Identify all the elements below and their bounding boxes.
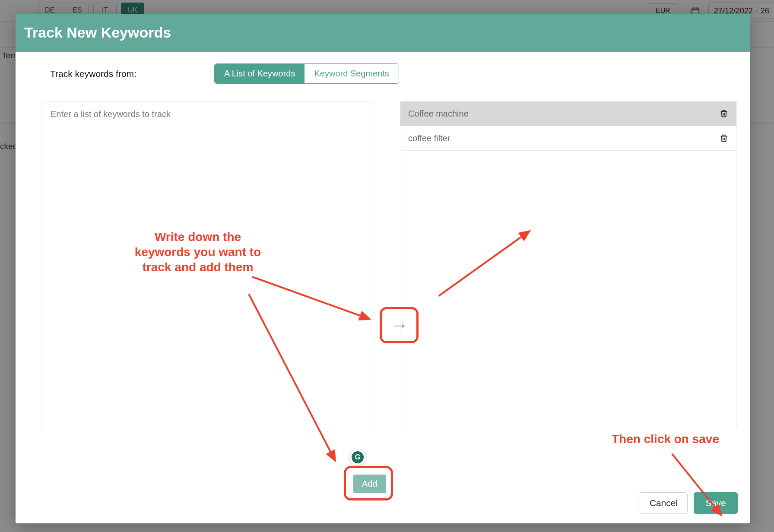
track-keywords-modal: Track New Keywords Track keywords from: …	[16, 14, 750, 523]
modal-body: Track keywords from: A List of Keywords …	[16, 52, 750, 523]
keyword-text: Coffee machine	[408, 109, 469, 119]
annotation-text-right: Then click on save	[612, 432, 719, 446]
track-from-row: Track keywords from: A List of Keywords …	[29, 63, 737, 84]
add-button[interactable]: Add	[353, 475, 386, 493]
modal-footer: Cancel Save	[640, 492, 738, 514]
panels: Coffee machine coffee filter	[29, 101, 737, 429]
modal-title: Track New Keywords	[24, 24, 738, 41]
tab-keyword-segments[interactable]: Keyword Segments	[305, 64, 398, 83]
keywords-textarea[interactable]	[42, 101, 374, 429]
trash-icon[interactable]	[719, 108, 729, 119]
keyword-list-panel: Coffee machine coffee filter	[400, 101, 737, 429]
save-button[interactable]: Save	[694, 492, 738, 514]
source-toggle: A List of Keywords Keyword Segments	[214, 63, 399, 84]
cancel-button[interactable]: Cancel	[640, 492, 688, 514]
arrow-right-icon[interactable]: →	[390, 314, 409, 336]
keyword-row[interactable]: Coffee machine	[400, 101, 736, 126]
grammarly-icon: G	[352, 451, 364, 463]
keyword-row[interactable]: coffee filter	[400, 126, 736, 151]
keyword-input-panel	[41, 101, 374, 429]
keyword-text: coffee filter	[408, 133, 450, 143]
transfer-arrow-box: →	[380, 307, 419, 343]
tab-list-of-keywords[interactable]: A List of Keywords	[215, 64, 305, 83]
grammarly-badge[interactable]: G	[349, 449, 366, 466]
modal-header: Track New Keywords	[16, 14, 750, 52]
track-from-label: Track keywords from:	[50, 69, 136, 79]
modal-overlay: Track New Keywords Track keywords from: …	[0, 0, 774, 532]
trash-icon[interactable]	[719, 133, 729, 143]
